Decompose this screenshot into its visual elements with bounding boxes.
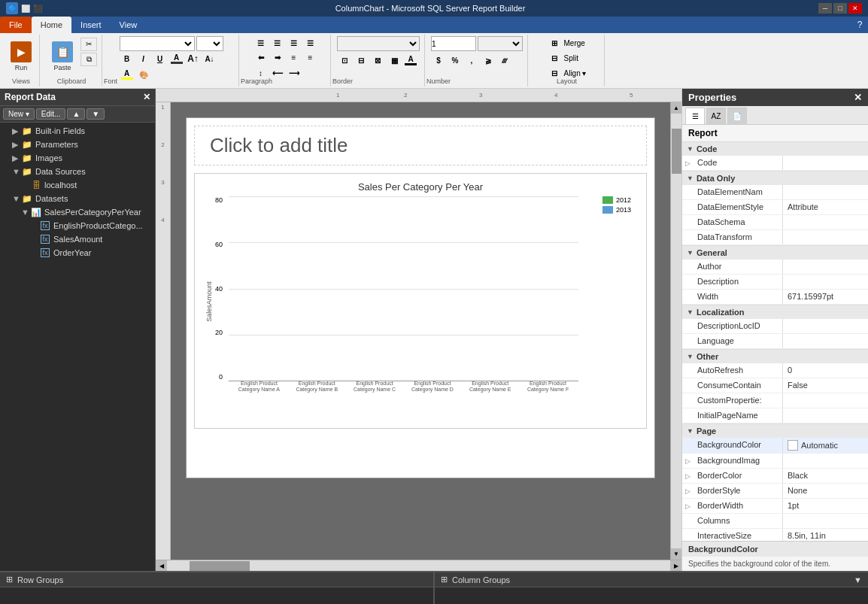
- tree-item-builtin[interactable]: ▶ 📁 Built-in Fields: [0, 124, 155, 138]
- tab-view[interactable]: View: [111, 17, 147, 33]
- props-tab-1[interactable]: ☰: [685, 108, 705, 124]
- prop-value-borderwidth[interactable]: 1pt: [783, 499, 868, 513]
- tab-home[interactable]: Home: [32, 17, 71, 33]
- scroll-left-arrow[interactable]: ◀: [156, 560, 167, 571]
- prop-value-code[interactable]: [783, 156, 868, 170]
- prop-value-bgcolor[interactable]: Automatic: [783, 438, 868, 453]
- prop-expand[interactable]: ▷: [682, 499, 693, 513]
- prop-expand[interactable]: ▷: [682, 484, 693, 498]
- scroll-down-arrow[interactable]: ▼: [671, 548, 682, 560]
- prop-value-description[interactable]: [783, 275, 868, 289]
- chart-container[interactable]: Sales Per Category Per Year 2012 2013: [194, 173, 647, 429]
- prop-value-borderstyle[interactable]: None: [783, 484, 868, 498]
- prop-value-consumecontain[interactable]: False: [783, 378, 868, 393]
- canvas-horizontal-scrollbar[interactable]: ◀ ▶: [156, 560, 681, 571]
- section-code-header[interactable]: ▼ Code: [682, 142, 868, 156]
- percent-button[interactable]: %: [448, 53, 463, 67]
- justify-button[interactable]: ☰: [303, 36, 318, 50]
- prop-value-autorefresh[interactable]: 0: [783, 363, 868, 378]
- minimize-button[interactable]: ─: [818, 3, 832, 14]
- prop-value-bgimage[interactable]: [783, 454, 868, 468]
- section-general-header[interactable]: ▼ General: [682, 246, 868, 260]
- cut-button[interactable]: ✂: [80, 38, 97, 51]
- tree-item-datasets[interactable]: ▼ 📁 Datasets: [0, 192, 155, 205]
- prop-expand[interactable]: ▷: [682, 469, 693, 483]
- run-button[interactable]: ▶ Run: [8, 37, 35, 76]
- prop-value-datatransform[interactable]: [783, 230, 868, 244]
- scroll-thumb[interactable]: [672, 129, 681, 174]
- tree-item-datasources[interactable]: ▼ 📁 Data Sources: [0, 165, 155, 178]
- indent-more-button[interactable]: ➡: [270, 50, 285, 64]
- prop-value-initialpagename[interactable]: [783, 408, 868, 423]
- prop-value-dataelname[interactable]: [783, 185, 868, 199]
- currency-button[interactable]: $: [431, 53, 446, 67]
- column-groups-chevron[interactable]: ▼: [854, 575, 862, 584]
- border-style-dropdown[interactable]: [337, 36, 420, 51]
- prop-expand[interactable]: ▷: [682, 454, 693, 468]
- list-button[interactable]: ≡: [287, 50, 302, 64]
- section-localization-header[interactable]: ▼ Localization: [682, 305, 868, 319]
- tree-item-localhost[interactable]: 🗄 localhost: [0, 178, 155, 192]
- prop-value-dataschema[interactable]: [783, 215, 868, 229]
- tab-insert[interactable]: Insert: [71, 17, 111, 33]
- tree-item-field-sales[interactable]: fx SalesAmount: [0, 232, 155, 246]
- paste-button[interactable]: 📋 Paste: [46, 37, 79, 76]
- italic-button[interactable]: I: [136, 52, 151, 65]
- prop-expand[interactable]: ▷: [682, 156, 693, 170]
- scroll-right-arrow[interactable]: ▶: [670, 560, 681, 571]
- underline-button[interactable]: U: [153, 52, 168, 65]
- font-size-dropdown[interactable]: [196, 36, 223, 51]
- maximize-button[interactable]: □: [833, 3, 847, 14]
- font-color-button[interactable]: A: [169, 52, 184, 65]
- prop-value-language[interactable]: [783, 334, 868, 348]
- tab-file[interactable]: File: [0, 17, 32, 33]
- border-btn3[interactable]: ⊠: [370, 53, 385, 67]
- canvas-scroll[interactable]: Click to add title Sales Per Category Pe…: [171, 102, 670, 560]
- align-left-button[interactable]: ☰: [253, 36, 269, 50]
- prop-value-interactivesize[interactable]: 8.5in, 11in: [783, 529, 868, 541]
- font-size-up-button[interactable]: A↑: [186, 52, 201, 65]
- report-data-close[interactable]: ✕: [143, 92, 150, 102]
- font-family-dropdown[interactable]: [120, 36, 195, 51]
- prop-value-columns[interactable]: [783, 514, 868, 528]
- prop-value-width[interactable]: 671.15997pt: [783, 290, 868, 304]
- number-format-dropdown[interactable]: [478, 36, 523, 51]
- tree-item-field-year[interactable]: fx OrderYear: [0, 246, 155, 260]
- comma-button[interactable]: ,: [464, 53, 479, 67]
- indent-less-button[interactable]: ⬅: [253, 50, 269, 64]
- move-down-button[interactable]: ▼: [86, 108, 105, 120]
- border-btn4[interactable]: ▦: [387, 53, 402, 67]
- decimal-less-button[interactable]: ⫻: [497, 53, 512, 67]
- report-title-placeholder[interactable]: Click to add title: [194, 126, 647, 165]
- prop-value-author[interactable]: [783, 260, 868, 274]
- border-btn2[interactable]: ⊟: [354, 53, 369, 67]
- prop-value-bordercolor[interactable]: Black: [783, 469, 868, 483]
- props-tab-3[interactable]: 📄: [727, 108, 747, 124]
- border-btn1[interactable]: ⊡: [337, 53, 352, 67]
- prop-value-dataelstyle[interactable]: Attribute: [783, 200, 868, 214]
- scroll-up-arrow[interactable]: ▲: [671, 102, 682, 114]
- number-input[interactable]: [431, 36, 476, 51]
- move-up-button[interactable]: ▲: [67, 108, 85, 120]
- close-button[interactable]: ✕: [848, 3, 862, 14]
- help-button[interactable]: ?: [851, 17, 868, 33]
- decimal-more-button[interactable]: ⫺: [481, 53, 496, 67]
- merge-button[interactable]: ⊞ Merge: [547, 36, 586, 50]
- list2-button[interactable]: ≡: [303, 50, 318, 64]
- scroll-track[interactable]: [671, 114, 682, 548]
- section-page-header[interactable]: ▼ Page: [682, 424, 868, 438]
- bold-button[interactable]: B: [120, 52, 135, 65]
- section-other-header[interactable]: ▼ Other: [682, 350, 868, 363]
- tree-item-parameters[interactable]: ▶ 📁 Parameters: [0, 138, 155, 151]
- properties-close[interactable]: ✕: [854, 92, 862, 103]
- tree-item-field-category[interactable]: fx EnglishProductCatego...: [0, 219, 155, 232]
- prop-value-customprops[interactable]: [783, 393, 868, 408]
- prop-value-desclocid[interactable]: [783, 319, 868, 333]
- align-center-button[interactable]: ☰: [270, 36, 285, 50]
- props-tab-2[interactable]: AZ: [706, 108, 726, 124]
- h-scroll-thumb[interactable]: [190, 561, 250, 571]
- new-button[interactable]: New ▾: [3, 108, 35, 120]
- align-right-button[interactable]: ☰: [287, 36, 302, 50]
- section-dataonly-header[interactable]: ▼ Data Only: [682, 171, 868, 185]
- border-color-button[interactable]: A: [403, 53, 418, 67]
